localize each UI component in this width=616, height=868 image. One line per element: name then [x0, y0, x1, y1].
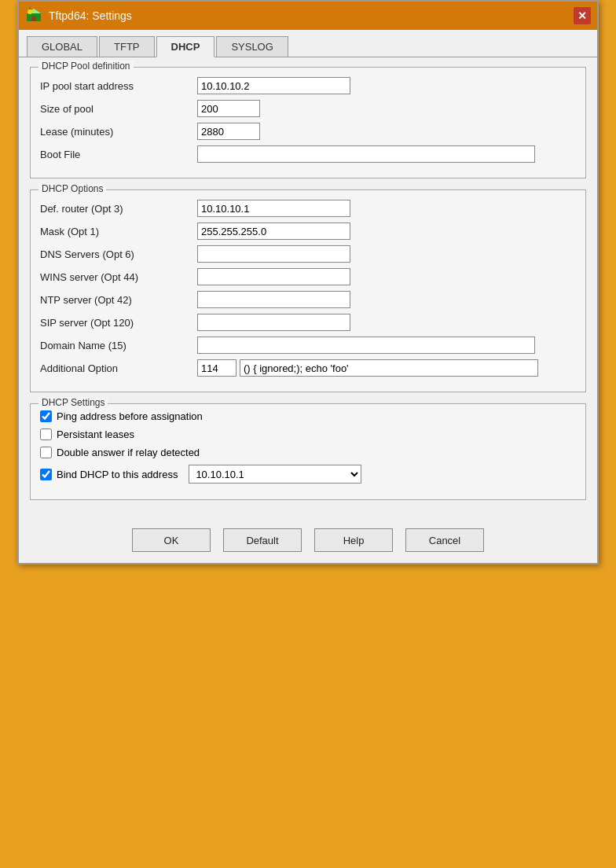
lease-label: Lease (minutes) [40, 126, 197, 138]
boot-file-input[interactable] [197, 145, 535, 163]
sip-row: SIP server (Opt 120) [40, 314, 576, 331]
def-router-row: Def. router (Opt 3) [40, 200, 576, 217]
dns-label: DNS Servers (Opt 6) [40, 248, 197, 260]
bind-address-wrapper: 10.10.10.1 0.0.0.0 [189, 465, 361, 484]
tab-tftp[interactable]: TFTP [99, 36, 155, 57]
mask-label: Mask (Opt 1) [40, 226, 197, 237]
buttons-row: OK Default Help Cancel [19, 520, 597, 563]
boot-file-row: Boot File [40, 145, 576, 163]
dhcp-settings-label: DHCP Settings [38, 397, 108, 408]
dhcp-options-label: DHCP Options [38, 183, 106, 194]
pool-start-row: IP pool start address [40, 77, 576, 94]
dhcp-options-group: DHCP Options Def. router (Opt 3) Mask (O… [30, 189, 586, 392]
domain-label: Domain Name (15) [40, 340, 197, 351]
ping-row: Ping address before assignation [40, 410, 576, 422]
tab-global[interactable]: GLOBAL [27, 36, 97, 57]
def-router-input[interactable] [197, 200, 350, 217]
ok-button[interactable]: OK [132, 528, 211, 552]
tab-dhcp[interactable]: DHCP [156, 36, 215, 57]
lease-row: Lease (minutes) [40, 123, 576, 140]
pool-size-label: Size of pool [40, 103, 197, 115]
additional-num-input[interactable] [197, 359, 236, 377]
dhcp-settings-group: DHCP Settings Ping address before assign… [30, 403, 586, 500]
ping-label: Ping address before assignation [57, 410, 203, 422]
bind-label: Bind DHCP to this address [57, 469, 178, 480]
wins-label: WINS server (Opt 44) [40, 271, 197, 283]
dns-row: DNS Servers (Opt 6) [40, 245, 576, 263]
sip-label: SIP server (Opt 120) [40, 317, 197, 329]
bind-checkbox[interactable] [40, 469, 52, 480]
persistant-label: Persistant leases [57, 428, 134, 440]
persistant-checkbox[interactable] [40, 428, 52, 440]
wins-row: WINS server (Opt 44) [40, 268, 576, 285]
domain-input[interactable] [197, 337, 535, 354]
pool-start-label: IP pool start address [40, 80, 197, 92]
bind-row: Bind DHCP to this address 10.10.10.1 0.0… [40, 465, 576, 484]
svg-point-3 [28, 9, 32, 14]
svg-rect-2 [31, 17, 36, 21]
pool-size-input[interactable] [197, 100, 260, 117]
cancel-button[interactable]: Cancel [405, 528, 484, 552]
tab-content: DHCP Pool definition IP pool start addre… [19, 57, 597, 520]
help-button[interactable]: Help [314, 528, 393, 552]
lease-input[interactable] [197, 123, 260, 140]
mask-input[interactable] [197, 223, 350, 240]
ntp-row: NTP server (Opt 42) [40, 291, 576, 308]
title-bar-left: Tftpd64: Settings [25, 7, 132, 24]
sip-input[interactable] [197, 314, 350, 331]
pool-start-input[interactable] [197, 77, 350, 94]
window-title: Tftpd64: Settings [49, 9, 132, 22]
bind-address-select[interactable]: 10.10.10.1 0.0.0.0 [189, 465, 361, 484]
boot-file-label: Boot File [40, 149, 197, 160]
dhcp-pool-label: DHCP Pool definition [38, 61, 134, 72]
additional-cmd-input[interactable] [240, 359, 538, 377]
close-button[interactable]: ✕ [574, 7, 591, 24]
tabs-bar: GLOBAL TFTP DHCP SYSLOG [19, 30, 597, 57]
double-row: Double answer if relay detected [40, 447, 576, 458]
default-button[interactable]: Default [223, 528, 302, 552]
dhcp-pool-group: DHCP Pool definition IP pool start addre… [30, 67, 586, 178]
title-bar: Tftpd64: Settings ✕ [19, 2, 597, 30]
double-checkbox[interactable] [40, 447, 52, 458]
pool-size-row: Size of pool [40, 100, 576, 117]
double-label: Double answer if relay detected [57, 447, 200, 458]
ntp-input[interactable] [197, 291, 350, 308]
ntp-label: NTP server (Opt 42) [40, 294, 197, 306]
ping-checkbox[interactable] [40, 410, 52, 422]
dns-input[interactable] [197, 245, 350, 263]
app-icon [25, 7, 42, 24]
tab-syslog[interactable]: SYSLOG [216, 36, 288, 57]
additional-label: Additional Option [40, 362, 197, 374]
domain-row: Domain Name (15) [40, 337, 576, 354]
persistant-row: Persistant leases [40, 428, 576, 440]
additional-option-row: Additional Option [40, 359, 576, 377]
wins-input[interactable] [197, 268, 350, 285]
settings-window: Tftpd64: Settings ✕ GLOBAL TFTP DHCP SYS… [17, 0, 599, 565]
def-router-label: Def. router (Opt 3) [40, 203, 197, 215]
mask-row: Mask (Opt 1) [40, 223, 576, 240]
